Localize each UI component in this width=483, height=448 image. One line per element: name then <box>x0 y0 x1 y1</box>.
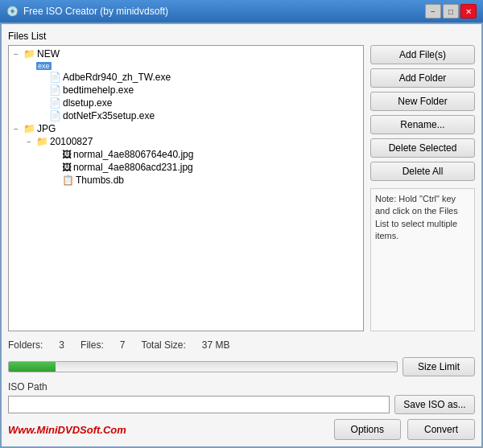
folders-label: Folders: <box>8 339 43 351</box>
progress-bar-fill <box>9 362 56 372</box>
iso-path-row: Save ISO as... <box>8 395 475 414</box>
tree-item-file3[interactable]: 📄 dlsetup.exe <box>10 97 361 109</box>
new-folder-button[interactable]: New Folder <box>370 92 475 111</box>
bottom-area: Folders: 3 Files: 7 Total Size: 37 MB Si… <box>8 336 475 440</box>
convert-button[interactable]: Convert <box>407 419 475 440</box>
main-window: Files List − 📁 NEW exe 📄 AdbeRdr940_zh_T… <box>0 23 483 448</box>
note-box: Note: Hold "Ctrl" key and click on the F… <box>370 188 475 331</box>
add-files-button[interactable]: Add File(s) <box>370 45 475 64</box>
spacer7 <box>52 176 60 185</box>
tree-panel[interactable]: − 📁 NEW exe 📄 AdbeRdr940_zh_TW.exe 📄 bed… <box>8 45 364 331</box>
stats-bar: Folders: 3 Files: 7 Total Size: 37 MB <box>8 336 475 354</box>
tree-label-file5: normal_4ae8806764e40.jpg <box>73 149 193 160</box>
tree-label-file4: dotNetFx35setup.exe <box>63 110 155 121</box>
tree-label-file1: AdbeRdr940_zh_TW.exe <box>63 72 171 83</box>
tree-item-file6[interactable]: 🖼 normal_4ae8806acd231.jpg <box>10 161 361 174</box>
title-bar: 💿 Free ISO Creator (by minidvdsoft) − □ … <box>0 0 483 23</box>
spacer4 <box>39 112 47 121</box>
file-icon-jpg2: 🖼 <box>62 162 72 173</box>
folder-icon-sub1: 📁 <box>36 136 48 147</box>
close-button[interactable]: ✕ <box>460 4 477 18</box>
tree-item-new-folder[interactable]: − 📁 NEW <box>10 47 361 60</box>
tree-item-file2[interactable]: 📄 bedtimehelp.exe <box>10 84 361 97</box>
tree-label-new: NEW <box>37 48 60 60</box>
tree-label-file2: bedtimehelp.exe <box>63 84 134 96</box>
window-title: Free ISO Creator (by minidvdsoft) <box>23 6 168 17</box>
folders-value: 3 <box>59 339 64 351</box>
file-icon-exe1: 📄 <box>49 72 61 83</box>
files-list-label: Files List <box>8 31 475 42</box>
tree-item-subfolder1[interactable]: − 📁 20100827 <box>10 135 361 148</box>
minimize-button[interactable]: − <box>425 4 441 18</box>
content-area: − 📁 NEW exe 📄 AdbeRdr940_zh_TW.exe 📄 bed… <box>8 45 475 331</box>
spacer1 <box>39 73 47 82</box>
maximize-button[interactable]: □ <box>443 4 459 18</box>
tree-label-file3: dlsetup.exe <box>63 97 112 109</box>
spacer5 <box>52 150 60 159</box>
options-button[interactable]: Options <box>334 419 401 440</box>
iso-path-label: ISO Path <box>8 381 475 393</box>
progress-bar <box>8 361 398 372</box>
exe-badge: exe <box>36 62 52 70</box>
tree-item-file1[interactable]: 📄 AdbeRdr940_zh_TW.exe <box>10 71 361 84</box>
file-icon-db: 📋 <box>62 175 74 186</box>
footer-row: Www.MiniDVDSoft.Com Options Convert <box>8 419 475 440</box>
tree-label-jpg: JPG <box>37 123 56 134</box>
expand-icon: − <box>14 50 22 59</box>
spacer6 <box>52 163 60 172</box>
folder-icon-jpg: 📁 <box>23 123 35 134</box>
tree-item-jpg-folder[interactable]: − 📁 JPG <box>10 122 361 135</box>
expand-icon-jpg: − <box>14 125 22 134</box>
size-limit-button[interactable]: Size Limit <box>402 357 475 376</box>
add-folder-button[interactable]: Add Folder <box>370 68 475 88</box>
expand-icon-sub1: − <box>27 138 35 146</box>
file-icon-jpg1: 🖼 <box>62 149 72 160</box>
iso-path-input[interactable] <box>8 396 390 413</box>
tree-label-file6: normal_4ae8806acd231.jpg <box>73 162 193 173</box>
footer-buttons: Options Convert <box>334 419 475 440</box>
files-label: Files: <box>80 339 104 351</box>
file-icon-exe2: 📄 <box>49 84 61 96</box>
tree-label-sub1: 20100827 <box>50 136 93 147</box>
brand-text: Www.MiniDVDSoft.Com <box>8 424 126 436</box>
files-value: 7 <box>120 339 126 351</box>
expand-icon-exe <box>27 61 35 70</box>
tree-label-file7: Thumbs.db <box>76 175 124 186</box>
file-icon-exe4: 📄 <box>49 110 61 121</box>
tree-item-file7[interactable]: 📋 Thumbs.db <box>10 174 361 187</box>
app-icon: 💿 <box>6 6 19 17</box>
folder-icon-new: 📁 <box>23 48 35 60</box>
title-bar-left: 💿 Free ISO Creator (by minidvdsoft) <box>6 6 168 17</box>
progress-row: Size Limit <box>8 357 475 376</box>
spacer3 <box>39 99 47 108</box>
delete-selected-button[interactable]: Delete Selected <box>370 138 475 158</box>
total-size-label: Total Size: <box>141 339 185 351</box>
file-icon-exe3: 📄 <box>49 97 61 109</box>
tree-item-file5[interactable]: 🖼 normal_4ae8806764e40.jpg <box>10 148 361 161</box>
total-size-value: 37 MB <box>202 339 230 351</box>
save-iso-button[interactable]: Save ISO as... <box>394 395 475 414</box>
tree-item-exe-badge[interactable]: exe <box>10 60 361 71</box>
delete-all-button[interactable]: Delete All <box>370 162 475 181</box>
rename-button[interactable]: Rename... <box>370 115 475 134</box>
tree-item-file4[interactable]: 📄 dotNetFx35setup.exe <box>10 109 361 122</box>
title-buttons: − □ ✕ <box>425 4 477 18</box>
right-panel: Add File(s) Add Folder New Folder Rename… <box>370 45 475 331</box>
spacer2 <box>39 86 47 95</box>
